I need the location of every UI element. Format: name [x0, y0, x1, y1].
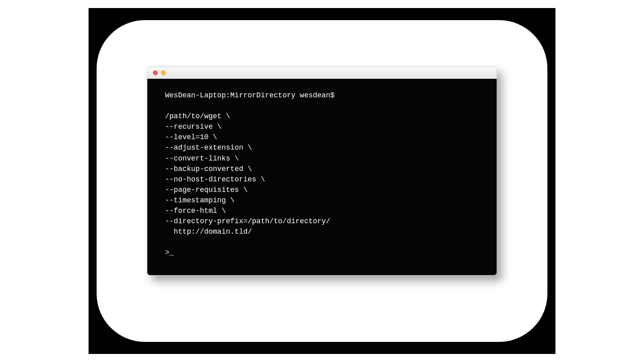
- terminal-line: --convert-links \: [165, 154, 239, 162]
- terminal-line: --force-html \: [165, 207, 226, 215]
- terminal-line: --recursive \: [165, 123, 221, 131]
- terminal-cursor: _: [169, 247, 174, 258]
- terminal-line: --page-requisites \: [165, 186, 248, 194]
- terminal-body[interactable]: WesDean-Laptop:MirrorDirectory wesdean$ …: [147, 79, 497, 275]
- terminal-line: --backup-converted \: [165, 165, 252, 173]
- terminal-line: --directory-prefix=/path/to/directory/: [165, 217, 330, 225]
- terminal-line: --adjust-extension \: [165, 144, 252, 152]
- terminal-line: http://domain.tld/: [165, 228, 252, 236]
- terminal-window: WesDean-Laptop:MirrorDirectory wesdean$ …: [147, 66, 497, 276]
- outer-black-frame: WesDean-Laptop:MirrorDirectory wesdean$ …: [89, 8, 555, 354]
- terminal-titlebar: [147, 67, 497, 79]
- terminal-line: --no-host-directories \: [165, 175, 265, 183]
- window-minimize-button[interactable]: [161, 70, 166, 75]
- terminal-line: --timestamping \: [165, 196, 235, 204]
- white-rounded-panel: WesDean-Laptop:MirrorDirectory wesdean$ …: [97, 20, 547, 342]
- terminal-next-prompt: >: [165, 249, 169, 257]
- terminal-prompt: WesDean-Laptop:MirrorDirectory wesdean$: [165, 91, 334, 99]
- terminal-line: --level=10 \: [165, 133, 217, 141]
- window-close-button[interactable]: [153, 70, 158, 75]
- terminal-line: /path/to/wget \: [165, 112, 230, 120]
